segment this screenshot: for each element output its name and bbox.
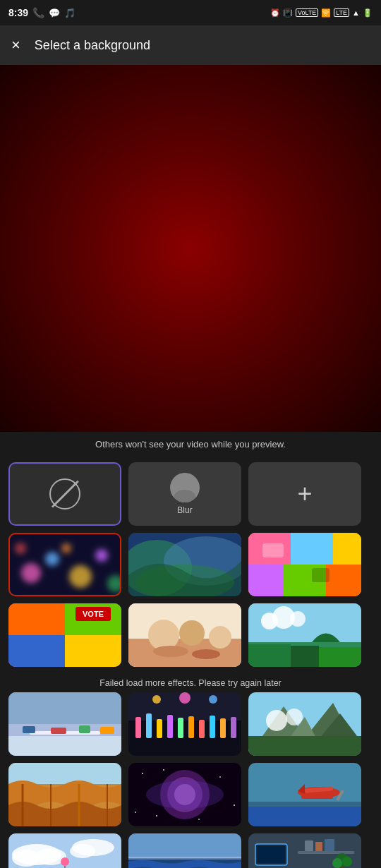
room-svg — [248, 833, 361, 868]
volte-icon: VoLTE — [296, 8, 318, 17]
svg-point-3 — [69, 565, 92, 588]
biplane-svg — [248, 763, 361, 826]
background-item-biplane[interactable] — [248, 763, 361, 826]
svg-rect-92 — [248, 807, 361, 826]
status-left: 8:39 📞 💬 🎵 — [8, 7, 75, 18]
page-title: Select a background — [35, 38, 150, 53]
svg-point-34 — [192, 649, 220, 659]
background-item-galaxy[interactable] — [128, 763, 241, 826]
background-item-dessert[interactable] — [128, 603, 241, 667]
svg-point-87 — [135, 812, 136, 813]
time-display: 8:39 — [8, 7, 28, 18]
svg-point-65 — [152, 695, 161, 704]
svg-rect-59 — [178, 718, 183, 738]
background-item-festival[interactable] — [128, 692, 241, 756]
blur-avatar-icon — [170, 473, 200, 502]
background-item-wavy[interactable] — [128, 533, 241, 596]
svg-rect-50 — [51, 728, 66, 734]
dessert-svg — [128, 603, 241, 667]
svg-rect-117 — [315, 842, 322, 851]
road-svg — [8, 692, 121, 756]
svg-rect-107 — [128, 833, 241, 858]
phone-icon: 📞 — [32, 7, 44, 18]
svg-rect-16 — [248, 565, 284, 596]
svg-rect-109 — [128, 857, 241, 860]
blur-background-button[interactable]: Blur — [128, 462, 241, 526]
svg-rect-14 — [291, 533, 333, 565]
mountain-svg — [248, 692, 361, 756]
signal-icon: ▲ — [352, 8, 360, 17]
svg-point-67 — [209, 695, 217, 704]
svg-rect-64 — [231, 717, 236, 738]
festival-svg — [128, 692, 241, 756]
background-item-indoor-room[interactable] — [248, 833, 361, 868]
svg-point-86 — [234, 804, 235, 806]
svg-rect-62 — [210, 716, 215, 738]
svg-rect-114 — [258, 846, 285, 863]
svg-rect-115 — [298, 851, 354, 854]
alarm-icon: ⏰ — [270, 8, 280, 18]
shazam-icon: 🎵 — [64, 8, 75, 18]
colorblocks-svg — [248, 533, 361, 596]
add-background-button[interactable]: + — [248, 462, 361, 526]
error-message: Failed load more effects. Please try aga… — [8, 674, 373, 692]
background-item-vote[interactable]: VOTE — [8, 603, 121, 667]
svg-point-75 — [286, 709, 303, 725]
background-item-colorblocks[interactable] — [248, 533, 361, 596]
battery-icon: 🔋 — [363, 8, 373, 18]
svg-point-84 — [163, 769, 164, 771]
svg-rect-52 — [100, 727, 114, 734]
background-item-ocean[interactable] — [128, 833, 241, 868]
plus-icon: + — [297, 481, 312, 507]
svg-point-74 — [266, 710, 287, 731]
svg-rect-95 — [301, 795, 333, 799]
vote-svg: VOTE — [8, 603, 121, 667]
svg-point-33 — [153, 646, 188, 657]
top-bar: × Select a background — [0, 25, 381, 65]
svg-point-5 — [61, 543, 71, 553]
svg-rect-116 — [305, 840, 313, 851]
svg-rect-56 — [146, 713, 152, 738]
svg-rect-73 — [248, 736, 361, 756]
svg-rect-48 — [8, 736, 121, 756]
svg-rect-49 — [23, 726, 35, 733]
svg-rect-55 — [135, 717, 141, 738]
bg-row-1 — [8, 533, 373, 596]
svg-rect-45 — [8, 692, 121, 724]
svg-rect-25 — [65, 635, 121, 667]
svg-point-89 — [156, 815, 157, 816]
none-background-button[interactable] — [8, 462, 121, 526]
preview-notice: Others won't see your video while you pr… — [0, 432, 381, 457]
svg-rect-60 — [188, 716, 194, 738]
background-item-cloudy-sky[interactable] — [8, 833, 121, 868]
background-item-tropical[interactable] — [248, 603, 361, 667]
background-item-road[interactable] — [8, 692, 121, 756]
tropical-svg — [248, 603, 361, 667]
bg-row-2: VOTE — [8, 603, 373, 667]
background-preview — [0, 65, 381, 432]
svg-point-121 — [332, 858, 342, 868]
svg-rect-61 — [199, 720, 205, 738]
svg-rect-20 — [312, 568, 329, 582]
svg-rect-51 — [79, 725, 90, 733]
bg-row-3 — [8, 692, 373, 756]
canyon-svg — [8, 763, 121, 826]
bg-row-4 — [8, 763, 373, 826]
svg-point-82 — [146, 780, 224, 809]
svg-point-122 — [342, 857, 352, 867]
wifi-icon: 🛜 — [321, 8, 331, 18]
svg-point-2 — [45, 552, 59, 566]
svg-rect-24 — [8, 635, 65, 667]
svg-point-4 — [95, 549, 108, 562]
background-item-mountain[interactable] — [248, 692, 361, 756]
close-button[interactable]: × — [11, 36, 20, 54]
status-right: ⏰ 📳 VoLTE 🛜 LTE ▲ 🔋 — [270, 8, 373, 18]
svg-rect-18 — [326, 565, 361, 596]
background-item-bokeh[interactable] — [8, 533, 121, 596]
svg-rect-22 — [8, 603, 65, 635]
wavy-svg — [128, 533, 241, 596]
lte-icon: LTE — [334, 8, 349, 17]
background-item-canyon[interactable] — [8, 763, 121, 826]
bokeh-svg — [10, 534, 121, 596]
svg-point-104 — [70, 844, 95, 858]
